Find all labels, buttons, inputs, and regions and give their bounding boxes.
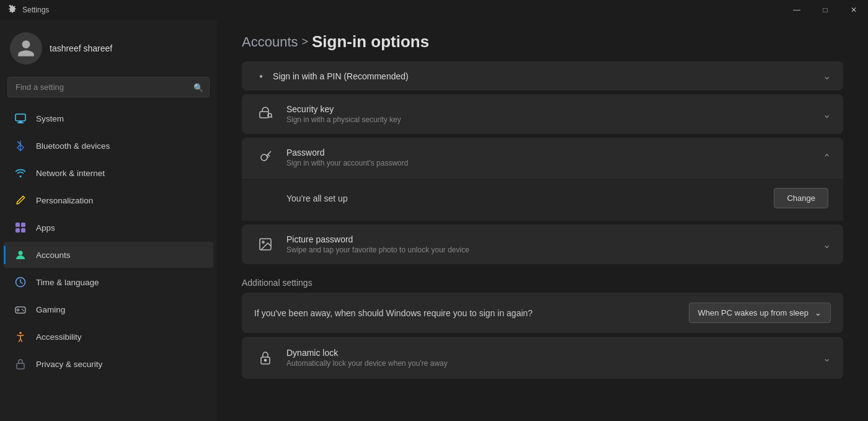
security-key-card[interactable]: Security key Sign in with a physical sec… [242,94,843,134]
settings-icon [7,5,17,15]
password-text: Password Sign in with your account's pas… [286,148,815,167]
svg-point-24 [265,360,267,361]
gaming-label: Gaming [36,305,65,314]
nav-item-network[interactable]: Network & internet [4,160,213,186]
nav-item-apps[interactable]: Apps [4,215,213,241]
svg-line-19 [268,154,270,156]
dynamic-lock-subtitle: Automatically lock your device when you'… [286,359,815,368]
security-key-row[interactable]: Security key Sign in with a physical sec… [242,94,843,134]
dynamic-lock-icon [254,347,277,369]
password-header[interactable]: Password Sign in with your account's pas… [242,138,843,177]
breadcrumb-separator: > [302,35,309,48]
privacy-label: Privacy & security [36,360,102,369]
maximize-button[interactable]: □ [811,0,839,20]
breadcrumb-parent[interactable]: Accounts [242,34,298,50]
picture-password-subtitle: Swipe and tap your favorite photo to unl… [286,246,815,254]
picture-password-title: Picture password [286,234,815,244]
nav-item-personalization[interactable]: Personalization [4,187,213,213]
svg-rect-0 [16,114,25,121]
nav-item-time[interactable]: Time & language [4,269,213,295]
svg-point-14 [19,332,22,334]
picture-password-icon [254,233,277,255]
svg-point-22 [262,241,264,243]
accessibility-icon [14,330,27,343]
personalization-icon [14,193,27,207]
user-name: tashreef shareef [50,43,112,53]
content-area: Accounts > Sign-in options ● Sign in wit… [217,20,868,421]
window-controls: — □ ✕ [782,0,868,20]
additional-settings-area: If you've been away, when should Windows… [217,293,868,379]
accounts-label: Accounts [36,250,71,260]
close-button[interactable]: ✕ [839,0,868,20]
svg-rect-6 [21,228,25,233]
nav-item-system[interactable]: System [4,105,213,131]
minimize-button[interactable]: — [782,0,811,20]
avatar [10,32,42,64]
pin-label: Sign in with a PIN (Recommended) [273,71,409,81]
away-question: If you've been away, when should Windows… [254,308,533,318]
time-label: Time & language [36,278,99,287]
away-chevron-icon: ⌄ [815,308,822,317]
svg-point-13 [23,310,24,311]
password-chevron-icon: ⌃ [823,152,831,164]
security-key-subtitle: Sign in with a physical security key [286,115,815,124]
picture-password-text: Picture password Swipe and tap your favo… [286,234,815,254]
breadcrumb-current: Sign-in options [312,32,429,51]
system-icon [14,112,27,125]
svg-rect-4 [21,223,25,227]
accounts-icon [14,248,27,262]
picture-password-chevron-icon: ⌄ [823,239,831,250]
search-container: 🔍 [7,77,210,97]
svg-point-12 [22,309,23,310]
pin-chevron-icon: ⌄ [823,70,831,82]
user-profile[interactable]: tashreef shareef [0,20,217,74]
dynamic-lock-text: Dynamic lock Automatically lock your dev… [286,348,815,368]
password-body: You're all set up Change [242,177,843,221]
picture-password-row[interactable]: Picture password Swipe and tap your favo… [242,224,843,264]
personalization-label: Personalization [36,196,93,205]
security-key-title: Security key [286,104,815,114]
search-input[interactable] [7,77,210,97]
dynamic-lock-card[interactable]: Dynamic lock Automatically lock your dev… [242,337,843,379]
svg-line-18 [272,117,273,118]
app-title: Settings [22,6,49,14]
accessibility-label: Accessibility [36,332,82,342]
page-header: Accounts > Sign-in options [217,20,868,61]
nav-item-bluetooth[interactable]: Bluetooth & devices [4,133,213,159]
picture-password-card[interactable]: Picture password Swipe and tap your favo… [242,224,843,264]
apps-icon [14,221,27,234]
search-icon: 🔍 [193,82,203,92]
security-key-text: Security key Sign in with a physical sec… [286,104,815,124]
nav-item-accounts[interactable]: Accounts [4,242,213,268]
svg-rect-3 [16,223,20,227]
svg-rect-5 [16,228,20,233]
titlebar: Settings — □ ✕ [0,0,868,20]
away-setting-card: If you've been away, when should Windows… [242,293,843,333]
password-subtitle: Sign in with your account's password [286,159,815,167]
password-status: You're all set up [286,193,348,203]
time-icon [14,275,27,289]
dot-icon: ● [259,73,263,79]
network-icon [14,166,27,180]
nav-item-privacy[interactable]: Privacy & security [4,351,213,377]
dynamic-lock-title: Dynamic lock [286,348,815,358]
password-title: Password [286,148,815,157]
security-key-chevron-icon: ⌄ [823,109,831,120]
bluetooth-label: Bluetooth & devices [36,141,110,151]
away-dropdown[interactable]: When PC wakes up from sleep ⌄ [689,303,831,323]
nav-item-accessibility[interactable]: Accessibility [4,324,213,350]
change-password-button[interactable]: Change [774,188,828,208]
svg-rect-16 [260,112,268,118]
app-body: tashreef shareef 🔍 System [0,20,868,421]
privacy-icon [14,357,27,371]
additional-settings-title: Additional settings [217,268,868,293]
apps-label: Apps [36,223,55,233]
svg-rect-15 [17,363,24,369]
dynamic-lock-row[interactable]: Dynamic lock Automatically lock your dev… [242,337,843,379]
svg-point-7 [19,251,23,255]
pin-card[interactable]: ● Sign in with a PIN (Recommended) ⌄ [242,61,843,91]
password-icon [254,146,277,169]
settings-area: ● Sign in with a PIN (Recommended) ⌄ [217,61,868,264]
bluetooth-icon [14,139,27,153]
nav-item-gaming[interactable]: Gaming [4,296,213,322]
